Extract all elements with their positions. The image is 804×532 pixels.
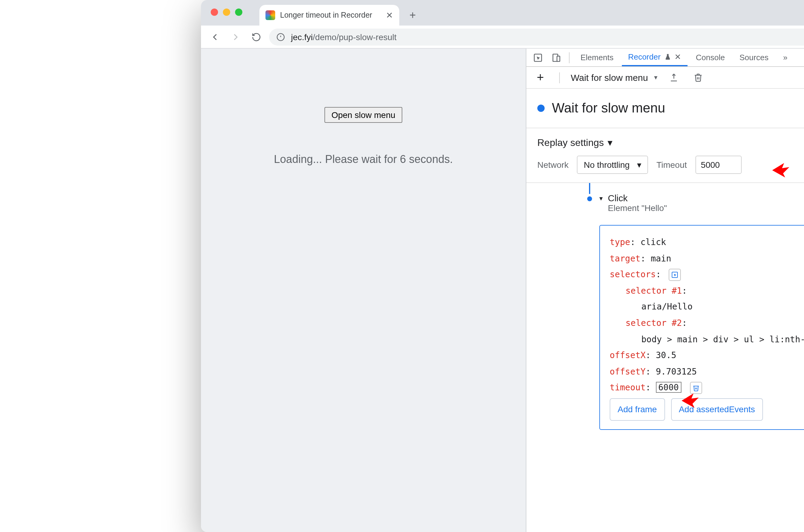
prop-key-selector-1: selector #1	[625, 286, 682, 296]
tab-sources[interactable]: Sources	[733, 49, 774, 66]
annotation-arrow-icon	[770, 160, 790, 180]
network-label: Network	[537, 160, 569, 170]
forward-button[interactable]	[228, 29, 244, 45]
chevron-down-icon: ▾	[607, 137, 613, 148]
tab-console[interactable]: Console	[690, 49, 731, 66]
timeline-dot-icon	[587, 196, 592, 201]
prop-value-selector-1[interactable]: aria/Hello	[641, 302, 693, 311]
recording-selector[interactable]: Wait for slow menu ▾	[571, 72, 658, 83]
recording-title: Wait for slow menu	[552, 100, 665, 116]
tab-close-icon[interactable]: ✕	[386, 10, 393, 20]
prop-key-selectors: selectors	[610, 269, 656, 279]
new-tab-button[interactable]: +	[404, 7, 421, 24]
recorder-toolbar: + Wait for slow menu ▾ Send feedback	[526, 67, 804, 89]
rendered-page: Open slow menu Loading... Please wait fo…	[201, 49, 526, 532]
prop-key-selector-2: selector #2	[625, 318, 682, 328]
address-bar[interactable]: jec.fyi/demo/pup-slow-result	[269, 28, 804, 45]
tab-elements[interactable]: Elements	[575, 49, 619, 66]
step-timeout-input[interactable]: 6000	[656, 382, 681, 393]
open-slow-menu-button[interactable]: Open slow menu	[325, 107, 402, 123]
devtools-panel: Elements Recorder ✕ Console Sources » 1	[526, 49, 804, 532]
browser-tab[interactable]: Longer timeout in Recorder ✕	[259, 5, 399, 25]
favicon-icon	[265, 10, 275, 20]
prop-key-offsetx: offsetX	[610, 350, 646, 360]
tab-recorder-close-icon[interactable]: ✕	[674, 52, 681, 61]
content-area: Open slow menu Loading... Please wait fo…	[201, 49, 804, 532]
tab-recorder[interactable]: Recorder ✕	[622, 49, 687, 66]
prop-value-offsety[interactable]: 9.703125	[656, 367, 697, 376]
tab-strip: Longer timeout in Recorder ✕ +	[201, 0, 804, 25]
network-throttling-select[interactable]: No throttling ▾	[577, 156, 648, 174]
site-info-icon	[276, 33, 285, 41]
reload-button[interactable]	[248, 29, 264, 45]
chevron-down-icon: ▾	[654, 74, 658, 81]
step-header[interactable]: ▾ Click Element "Hello" ⋮	[599, 193, 804, 213]
recording-header: Wait for slow menu Replay Measure perfor…	[526, 89, 804, 128]
add-frame-button[interactable]: Add frame	[610, 398, 665, 420]
browser-window: Longer timeout in Recorder ✕ + jec.fyi/d…	[201, 0, 804, 532]
maximize-window-icon[interactable]	[235, 8, 242, 16]
devtools-tabbar: Elements Recorder ✕ Console Sources » 1	[526, 49, 804, 67]
prop-key-offsety: offsetY	[610, 367, 646, 376]
back-button[interactable]	[207, 29, 223, 45]
minimize-window-icon[interactable]	[223, 8, 230, 16]
timeout-label: Timeout	[656, 160, 687, 170]
tabs: Longer timeout in Recorder ✕ +	[259, 0, 421, 25]
browser-toolbar: jec.fyi/demo/pup-slow-result Paused	[201, 25, 804, 49]
timeout-input[interactable]: 5000	[695, 156, 742, 174]
step-editor: type: click target: main selectors: sele…	[599, 225, 804, 430]
chevron-down-icon: ▾	[637, 160, 641, 170]
pick-selector-icon[interactable]	[668, 269, 680, 281]
prop-key-target: target	[610, 253, 640, 263]
status-dot-icon	[537, 104, 545, 112]
prop-value-offsetx[interactable]: 30.5	[656, 350, 676, 360]
delete-prop-icon[interactable]	[690, 382, 702, 394]
replay-settings-toggle[interactable]: Replay settings ▾	[537, 137, 742, 148]
prop-value-type[interactable]: click	[640, 237, 666, 247]
tabs-overflow[interactable]: »	[777, 49, 793, 66]
timeline-line	[589, 183, 590, 194]
device-toolbar-icon[interactable]	[548, 50, 564, 65]
steps-list: ▾ Click Element "Hello" ⋮ type: click ta…	[526, 183, 804, 532]
new-recording-button[interactable]: +	[532, 70, 548, 86]
prop-value-target[interactable]: main	[651, 253, 671, 263]
loading-text: Loading... Please wait for 6 seconds.	[274, 153, 453, 166]
prop-value-selector-2[interactable]: body > main > div > ul > li:nth-child(1)…	[641, 334, 804, 344]
prop-key-timeout: timeout	[610, 383, 646, 393]
expand-toggle-icon[interactable]: ▾	[599, 194, 603, 203]
close-window-icon[interactable]	[211, 8, 218, 16]
delete-recording-icon[interactable]	[691, 70, 706, 86]
inspect-element-icon[interactable]	[530, 50, 546, 65]
flask-icon	[664, 54, 671, 60]
step-title: Click	[608, 193, 667, 203]
replay-settings: Replay settings ▾ Network No throttling …	[526, 128, 804, 183]
tab-title: Longer timeout in Recorder	[280, 11, 372, 19]
svg-rect-10	[557, 56, 560, 61]
step-subtitle: Element "Hello"	[608, 203, 667, 213]
window-controls	[211, 8, 242, 16]
export-recording-icon[interactable]	[666, 70, 682, 86]
add-asserted-events-button[interactable]: Add assertedEvents	[671, 398, 763, 420]
prop-key-type: type	[610, 237, 630, 247]
url-text: jec.fyi/demo/pup-slow-result	[291, 32, 396, 42]
